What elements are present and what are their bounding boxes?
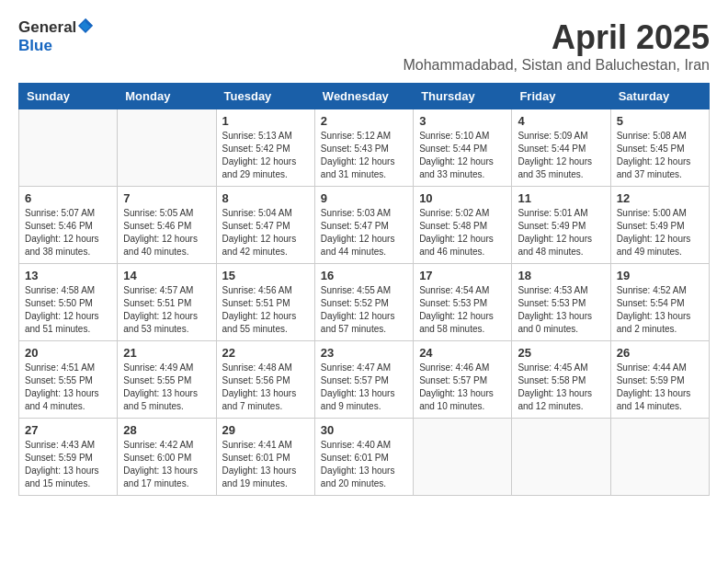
day-number: 25 [518, 346, 604, 360]
calendar-cell: 28Sunrise: 4:42 AM Sunset: 6:00 PM Dayli… [118, 419, 216, 496]
day-info: Sunrise: 4:49 AM Sunset: 5:55 PM Dayligh… [123, 362, 210, 413]
calendar-cell: 21Sunrise: 4:49 AM Sunset: 5:55 PM Dayli… [118, 341, 216, 419]
calendar-cell: 19Sunrise: 4:52 AM Sunset: 5:54 PM Dayli… [610, 264, 709, 341]
day-info: Sunrise: 5:10 AM Sunset: 5:44 PM Dayligh… [419, 130, 506, 181]
calendar-cell: 16Sunrise: 4:55 AM Sunset: 5:52 PM Dayli… [314, 264, 413, 341]
day-number: 28 [123, 423, 210, 437]
weekday-header-cell: Saturday [610, 84, 709, 109]
day-number: 10 [419, 191, 506, 205]
calendar-cell: 24Sunrise: 4:46 AM Sunset: 5:57 PM Dayli… [414, 341, 512, 419]
day-info: Sunrise: 4:57 AM Sunset: 5:51 PM Dayligh… [123, 284, 210, 336]
day-number: 15 [222, 269, 309, 282]
day-info: Sunrise: 5:00 AM Sunset: 5:49 PM Dayligh… [617, 207, 703, 259]
logo-icon [78, 18, 93, 33]
day-info: Sunrise: 5:01 AM Sunset: 5:49 PM Dayligh… [518, 207, 604, 259]
calendar-cell: 20Sunrise: 4:51 AM Sunset: 5:55 PM Dayli… [19, 341, 118, 419]
day-number: 18 [518, 269, 604, 282]
day-number: 6 [25, 191, 111, 205]
weekday-header-cell: Sunday [19, 84, 118, 109]
calendar-week-row: 20Sunrise: 4:51 AM Sunset: 5:55 PM Dayli… [19, 341, 710, 419]
day-info: Sunrise: 5:13 AM Sunset: 5:42 PM Dayligh… [222, 130, 309, 181]
calendar-cell: 3Sunrise: 5:10 AM Sunset: 5:44 PM Daylig… [414, 109, 512, 187]
calendar-cell: 2Sunrise: 5:12 AM Sunset: 5:43 PM Daylig… [314, 109, 413, 187]
day-number: 2 [321, 114, 407, 128]
day-number: 21 [123, 346, 210, 360]
calendar-cell: 13Sunrise: 4:58 AM Sunset: 5:50 PM Dayli… [19, 264, 118, 341]
calendar-cell: 6Sunrise: 5:07 AM Sunset: 5:46 PM Daylig… [19, 187, 118, 264]
calendar-cell: 12Sunrise: 5:00 AM Sunset: 5:49 PM Dayli… [610, 187, 709, 264]
calendar-cell: 23Sunrise: 4:47 AM Sunset: 5:57 PM Dayli… [314, 341, 413, 419]
calendar-cell: 25Sunrise: 4:45 AM Sunset: 5:58 PM Dayli… [512, 341, 610, 419]
calendar-cell: 30Sunrise: 4:40 AM Sunset: 6:01 PM Dayli… [314, 419, 413, 496]
day-info: Sunrise: 4:40 AM Sunset: 6:01 PM Dayligh… [321, 439, 407, 490]
weekday-header-cell: Friday [512, 84, 610, 109]
calendar-cell: 15Sunrise: 4:56 AM Sunset: 5:51 PM Dayli… [216, 264, 314, 341]
logo: General Blue [18, 18, 93, 55]
day-number: 23 [321, 346, 407, 360]
day-info: Sunrise: 4:45 AM Sunset: 5:58 PM Dayligh… [518, 362, 604, 413]
day-number: 26 [617, 346, 703, 360]
day-number: 1 [222, 114, 309, 128]
day-number: 4 [518, 114, 604, 128]
calendar-cell: 27Sunrise: 4:43 AM Sunset: 5:59 PM Dayli… [19, 419, 118, 496]
calendar-week-row: 13Sunrise: 4:58 AM Sunset: 5:50 PM Dayli… [19, 264, 710, 341]
title-block: April 2025 Mohammadabad, Sistan and Balu… [403, 18, 710, 74]
calendar-cell [19, 109, 118, 187]
calendar-week-row: 1Sunrise: 5:13 AM Sunset: 5:42 PM Daylig… [19, 109, 710, 187]
calendar-cell: 1Sunrise: 5:13 AM Sunset: 5:42 PM Daylig… [216, 109, 314, 187]
calendar-cell: 29Sunrise: 4:41 AM Sunset: 6:01 PM Dayli… [216, 419, 314, 496]
day-info: Sunrise: 5:12 AM Sunset: 5:43 PM Dayligh… [321, 130, 407, 181]
day-info: Sunrise: 4:52 AM Sunset: 5:54 PM Dayligh… [617, 284, 703, 336]
day-number: 30 [321, 423, 407, 437]
calendar-week-row: 27Sunrise: 4:43 AM Sunset: 5:59 PM Dayli… [19, 419, 710, 496]
calendar-cell [414, 419, 512, 496]
day-number: 22 [222, 346, 309, 360]
calendar-cell: 17Sunrise: 4:54 AM Sunset: 5:53 PM Dayli… [414, 264, 512, 341]
month-title: April 2025 [403, 18, 710, 57]
day-info: Sunrise: 4:41 AM Sunset: 6:01 PM Dayligh… [222, 439, 309, 490]
day-info: Sunrise: 5:04 AM Sunset: 5:47 PM Dayligh… [222, 207, 309, 259]
day-number: 11 [518, 191, 604, 205]
calendar-cell [512, 419, 610, 496]
weekday-header-cell: Thursday [414, 84, 512, 109]
calendar-week-row: 6Sunrise: 5:07 AM Sunset: 5:46 PM Daylig… [19, 187, 710, 264]
calendar-cell: 10Sunrise: 5:02 AM Sunset: 5:48 PM Dayli… [414, 187, 512, 264]
day-info: Sunrise: 5:05 AM Sunset: 5:46 PM Dayligh… [123, 207, 210, 259]
calendar-cell: 4Sunrise: 5:09 AM Sunset: 5:44 PM Daylig… [512, 109, 610, 187]
day-number: 14 [123, 269, 210, 282]
calendar-cell: 18Sunrise: 4:53 AM Sunset: 5:53 PM Dayli… [512, 264, 610, 341]
calendar-cell: 22Sunrise: 4:48 AM Sunset: 5:56 PM Dayli… [216, 341, 314, 419]
day-info: Sunrise: 5:07 AM Sunset: 5:46 PM Dayligh… [25, 207, 111, 259]
calendar-cell: 7Sunrise: 5:05 AM Sunset: 5:46 PM Daylig… [118, 187, 216, 264]
day-number: 17 [419, 269, 506, 282]
calendar-body: 1Sunrise: 5:13 AM Sunset: 5:42 PM Daylig… [19, 109, 710, 496]
day-info: Sunrise: 4:53 AM Sunset: 5:53 PM Dayligh… [518, 284, 604, 336]
calendar-table: SundayMondayTuesdayWednesdayThursdayFrid… [18, 83, 710, 496]
logo-general-text: General [18, 18, 76, 37]
calendar-cell: 26Sunrise: 4:44 AM Sunset: 5:59 PM Dayli… [610, 341, 709, 419]
day-info: Sunrise: 4:48 AM Sunset: 5:56 PM Dayligh… [222, 362, 309, 413]
day-info: Sunrise: 5:03 AM Sunset: 5:47 PM Dayligh… [321, 207, 407, 259]
calendar-cell: 11Sunrise: 5:01 AM Sunset: 5:49 PM Dayli… [512, 187, 610, 264]
calendar-cell: 5Sunrise: 5:08 AM Sunset: 5:45 PM Daylig… [610, 109, 709, 187]
day-info: Sunrise: 5:08 AM Sunset: 5:45 PM Dayligh… [617, 130, 703, 181]
day-number: 8 [222, 191, 309, 205]
day-info: Sunrise: 5:09 AM Sunset: 5:44 PM Dayligh… [518, 130, 604, 181]
day-info: Sunrise: 4:43 AM Sunset: 5:59 PM Dayligh… [25, 439, 111, 490]
day-number: 20 [25, 346, 111, 360]
weekday-header-cell: Monday [118, 84, 216, 109]
day-number: 5 [617, 114, 703, 128]
day-info: Sunrise: 4:44 AM Sunset: 5:59 PM Dayligh… [617, 362, 703, 413]
calendar-cell: 14Sunrise: 4:57 AM Sunset: 5:51 PM Dayli… [118, 264, 216, 341]
day-number: 9 [321, 191, 407, 205]
day-info: Sunrise: 4:51 AM Sunset: 5:55 PM Dayligh… [25, 362, 111, 413]
day-number: 13 [25, 269, 111, 282]
location-title: Mohammadabad, Sistan and Baluchestan, Ir… [403, 57, 710, 74]
day-number: 27 [25, 423, 111, 437]
day-number: 12 [617, 191, 703, 205]
day-info: Sunrise: 4:58 AM Sunset: 5:50 PM Dayligh… [25, 284, 111, 336]
calendar-cell [118, 109, 216, 187]
page-header: General Blue April 2025 Mohammadabad, Si… [18, 18, 710, 74]
day-number: 19 [617, 269, 703, 282]
weekday-header-cell: Wednesday [314, 84, 413, 109]
